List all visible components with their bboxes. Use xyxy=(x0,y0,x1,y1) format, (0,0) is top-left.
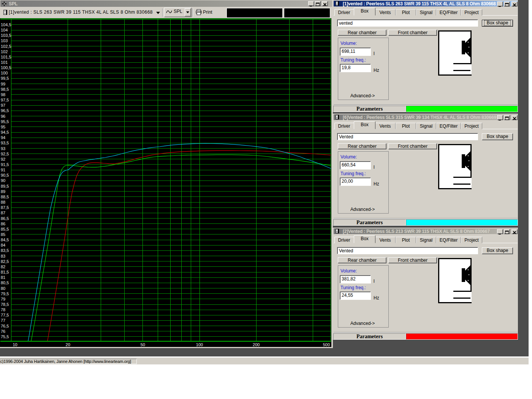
svg-text:94: 94 xyxy=(1,135,5,140)
svg-text:98,5: 98,5 xyxy=(1,87,9,92)
svg-text:102: 102 xyxy=(1,49,8,54)
svg-text:80: 80 xyxy=(1,286,5,291)
svg-text:96: 96 xyxy=(1,114,5,119)
svg-text:99: 99 xyxy=(1,82,5,86)
svg-text:97,5: 97,5 xyxy=(1,98,9,102)
svg-text:500: 500 xyxy=(323,342,330,347)
svg-text:94,5: 94,5 xyxy=(1,130,9,135)
svg-text:77: 77 xyxy=(1,318,5,323)
svg-text:76,5: 76,5 xyxy=(1,324,9,328)
svg-text:85: 85 xyxy=(1,232,5,237)
svg-text:99,5: 99,5 xyxy=(1,76,9,81)
svg-text:79: 79 xyxy=(1,297,5,301)
svg-text:84,5: 84,5 xyxy=(1,238,9,242)
svg-text:200: 200 xyxy=(253,342,260,347)
svg-text:93: 93 xyxy=(1,146,5,151)
svg-text:92: 92 xyxy=(1,157,5,162)
svg-text:82,5: 82,5 xyxy=(1,259,9,264)
svg-text:83: 83 xyxy=(1,254,5,258)
svg-text:101,5: 101,5 xyxy=(1,55,11,59)
svg-text:100: 100 xyxy=(196,342,203,347)
svg-text:89: 89 xyxy=(1,189,5,194)
svg-text:81: 81 xyxy=(1,275,5,280)
svg-text:82: 82 xyxy=(1,264,5,269)
svg-text:104: 104 xyxy=(1,28,8,32)
svg-text:81,5: 81,5 xyxy=(1,270,9,274)
svg-text:92,5: 92,5 xyxy=(1,152,9,156)
svg-text:95,5: 95,5 xyxy=(1,119,9,124)
svg-text:75,5: 75,5 xyxy=(1,334,9,339)
svg-text:91,5: 91,5 xyxy=(1,162,9,167)
svg-text:90,5: 90,5 xyxy=(1,173,9,177)
svg-text:83,5: 83,5 xyxy=(1,248,9,253)
svg-text:86,5: 86,5 xyxy=(1,216,9,221)
svg-text:98: 98 xyxy=(1,92,5,97)
svg-text:95: 95 xyxy=(1,125,5,129)
svg-text:100,5: 100,5 xyxy=(1,65,11,70)
svg-text:79,5: 79,5 xyxy=(1,291,9,296)
svg-text:91: 91 xyxy=(1,168,5,172)
svg-text:84: 84 xyxy=(1,243,5,247)
svg-text:50: 50 xyxy=(141,342,145,347)
svg-text:85,5: 85,5 xyxy=(1,227,9,231)
svg-text:104,5: 104,5 xyxy=(1,22,11,27)
svg-text:88: 88 xyxy=(1,200,5,204)
svg-text:88,5: 88,5 xyxy=(1,195,9,199)
svg-text:20: 20 xyxy=(66,342,70,347)
svg-text:10: 10 xyxy=(13,342,17,347)
svg-text:103,5: 103,5 xyxy=(1,33,11,38)
svg-text:87: 87 xyxy=(1,211,5,215)
svg-text:76: 76 xyxy=(1,329,5,334)
svg-text:89,5: 89,5 xyxy=(1,184,9,188)
svg-text:100: 100 xyxy=(1,71,8,75)
svg-text:80,5: 80,5 xyxy=(1,280,9,285)
svg-text:77,5: 77,5 xyxy=(1,313,9,317)
svg-text:87,5: 87,5 xyxy=(1,205,9,210)
svg-text:97: 97 xyxy=(1,103,5,108)
svg-text:93,5: 93,5 xyxy=(1,141,9,145)
svg-text:103: 103 xyxy=(1,38,8,43)
svg-text:96,5: 96,5 xyxy=(1,108,9,113)
svg-text:78: 78 xyxy=(1,307,5,312)
svg-text:90: 90 xyxy=(1,178,5,183)
svg-text:78,5: 78,5 xyxy=(1,302,9,307)
svg-text:101: 101 xyxy=(1,60,8,65)
svg-text:102,5: 102,5 xyxy=(1,44,11,49)
svg-text:86: 86 xyxy=(1,222,5,226)
